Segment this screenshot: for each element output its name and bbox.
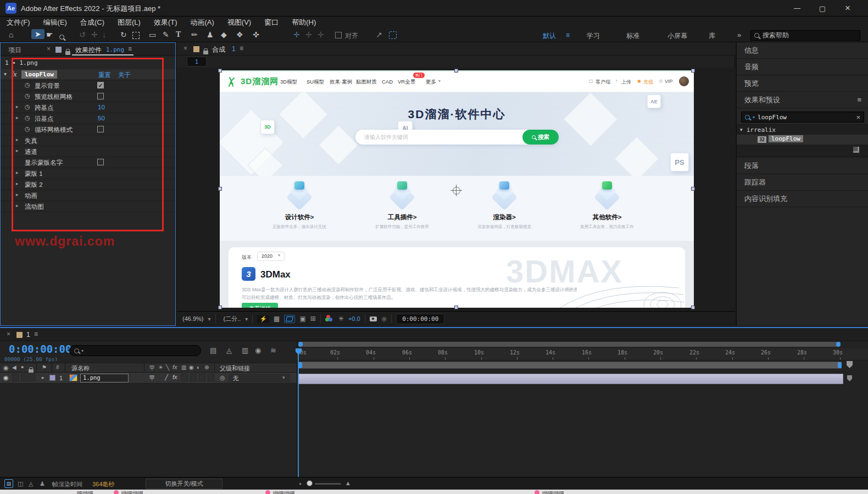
menu-window[interactable]: 窗口 — [264, 18, 279, 27]
maximize-button[interactable]: ▢ — [810, 0, 835, 16]
workspace-menu-icon[interactable]: ≡ — [566, 31, 570, 39]
current-timecode[interactable]: 0:00:00:00 — [9, 343, 71, 355]
layer-handle[interactable] — [691, 187, 695, 191]
home-tool[interactable]: ⌂ — [9, 30, 13, 39]
layer-handle[interactable] — [218, 187, 222, 191]
resolution-chevron-icon[interactable]: ▾ — [245, 316, 248, 322]
nav-item[interactable]: SU模型 — [307, 79, 324, 86]
zoom-out-mountain-icon[interactable]: ▲ — [298, 481, 302, 485]
panel-drag-chip[interactable] — [16, 332, 23, 338]
workspace-default[interactable]: 默认 — [543, 31, 556, 41]
timeline-search-box[interactable]: ▾ — [69, 345, 201, 356]
tab-close-icon[interactable]: × — [183, 45, 187, 52]
site-logo-text[interactable]: 3D溜溜网 — [241, 76, 279, 87]
fast-preview-icon[interactable]: ⚡ — [257, 315, 269, 323]
category-label[interactable]: 工具插件> — [369, 213, 435, 221]
menu-view[interactable]: 视图(V) — [227, 18, 251, 27]
category-design[interactable]: 设计软件> 正版软件众多，做出设计无忧 — [266, 179, 332, 238]
channel-rgb-icon[interactable] — [325, 315, 334, 323]
layer-handle[interactable] — [454, 306, 458, 309]
nav-item-more[interactable]: 更多 — [426, 79, 436, 86]
effects-tree-item-row[interactable]: 32 loopFlow — [737, 135, 868, 145]
layer-handle[interactable] — [218, 69, 222, 73]
workspace-library[interactable]: 库 — [709, 31, 715, 41]
workspace-small-screen[interactable]: 小屏幕 — [667, 31, 687, 41]
task-item-bilibili[interactable]: 哔哩哔哩 — [542, 490, 564, 494]
show-snapshot-icon[interactable]: ◉ — [381, 315, 387, 323]
motion-blur-icon[interactable]: ◉ — [255, 346, 261, 354]
adjustment-cell[interactable] — [199, 374, 205, 381]
layer-handle[interactable] — [691, 306, 695, 309]
pan-behind-tool[interactable] — [132, 32, 140, 39]
panel-drag-chip[interactable] — [55, 47, 62, 53]
search-chevron-icon[interactable]: ▾ — [81, 348, 84, 353]
tab-project[interactable]: 项目 — [8, 46, 21, 55]
layer-anchor-point-icon[interactable] — [453, 187, 460, 195]
twirl-open-icon[interactable]: ▾ — [4, 71, 7, 77]
layer-handle[interactable] — [691, 69, 695, 73]
menu-help[interactable]: 帮助(H) — [292, 18, 316, 27]
view-layout-icon[interactable]: ⊞ — [310, 315, 316, 323]
source-name-column[interactable]: 源名称 — [71, 364, 90, 373]
search-dropdown-chevron-icon[interactable]: ▾ — [753, 115, 755, 120]
audio-cell[interactable] — [12, 374, 19, 381]
detail-button[interactable]: 查看详情 — [242, 303, 278, 308]
software-search-button[interactable]: 搜索 — [522, 130, 559, 145]
minimize-button[interactable]: — — [784, 0, 810, 16]
panel-menu-icon[interactable]: ≡ — [857, 96, 861, 104]
hand-tool[interactable]: ☛ — [46, 30, 53, 39]
category-renderers[interactable]: 渲染器> 渲染加速神器，打造极致视觉 — [471, 179, 537, 238]
time-ruler[interactable]: 0s 02s 04s 06s 08s 10s 12s 14s 16s 18s 2… — [297, 348, 868, 360]
panel-drag-chip[interactable] — [193, 46, 199, 52]
parent-pickwhip-icon[interactable]: ◎ — [220, 374, 225, 381]
parent-link-column[interactable]: 父级和链接 — [220, 364, 250, 373]
panel-header-audio[interactable]: 音频 — [737, 59, 868, 75]
navigator-start-handle[interactable] — [298, 342, 303, 347]
nav-item[interactable]: 贴图材质 — [356, 79, 377, 86]
exposure-icon[interactable]: ✳ — [338, 315, 344, 323]
region-of-interest-icon[interactable]: ▣ — [299, 315, 305, 323]
category-label[interactable]: 设计软件> — [266, 213, 332, 221]
vip-link[interactable]: VIP — [665, 79, 673, 84]
task-item-bilibili[interactable]: 哔哩哔哩 — [121, 490, 143, 494]
client-link[interactable]: 客户端 — [596, 79, 610, 86]
menu-layer[interactable]: 图层(L) — [118, 18, 141, 27]
software-search-bar[interactable]: 请输入软件关键词 搜索 — [355, 130, 559, 145]
panel-header-tracker[interactable]: 跟踪器 — [737, 174, 868, 191]
category-label[interactable]: 渲染器> — [471, 213, 537, 221]
layer-label-chip[interactable] — [49, 375, 55, 381]
align-checkbox-icon[interactable] — [335, 32, 342, 38]
lock-icon[interactable] — [203, 51, 208, 54]
work-area-bar[interactable] — [298, 362, 842, 369]
layer-row[interactable]: ◉ ▸ 1 1.png 甲 ╱ fx ◎ 无 ▾ — [0, 373, 297, 384]
zoom-in-mountain-icon[interactable]: ▲ — [345, 480, 351, 486]
panel-menu-icon[interactable]: ≡ — [240, 45, 243, 52]
axis-mode-world-icon[interactable]: ✛ — [305, 30, 312, 39]
effects-search-box[interactable]: ▾ loopFlow × — [741, 112, 864, 123]
effects-search-value[interactable]: loopFlow — [758, 114, 853, 121]
nav-item[interactable]: CAD — [382, 79, 393, 85]
panel-header-effects-presets[interactable]: 效果和预设 ≡ — [737, 92, 868, 108]
selection-tool[interactable]: ➤ — [31, 29, 44, 39]
menu-file[interactable]: 文件(F) — [7, 18, 30, 27]
axis-mode-local-icon[interactable]: ✛ — [293, 30, 300, 39]
work-area-end-handle[interactable] — [838, 362, 842, 368]
exposure-value[interactable]: +0.0 — [348, 315, 360, 322]
nav-item[interactable]: 效果·案例 — [330, 79, 352, 86]
toggle-switches-button[interactable]: 切换开关/模式 — [146, 479, 222, 489]
comp-marker-bin-icon[interactable] — [847, 361, 853, 368]
frame-blend-icon[interactable]: ▥ — [242, 346, 248, 354]
timeline-zoom-track[interactable] — [315, 483, 341, 485]
frame-blend-cell[interactable] — [181, 374, 188, 381]
tab-effect-controls[interactable]: 效果控件 — [75, 46, 102, 55]
comp-button-icon[interactable] — [847, 375, 852, 381]
nav-item[interactable]: 3D模型 — [280, 79, 297, 86]
status-icon-3[interactable]: ◬ — [29, 480, 33, 487]
workspace-learn[interactable]: 学习 — [587, 31, 600, 41]
resolution-value[interactable]: (二分.. — [224, 315, 241, 323]
recharge-link[interactable]: 充值 — [643, 79, 653, 86]
menu-edit[interactable]: 编辑(E) — [43, 18, 67, 27]
mini-flowchart-icon[interactable]: ▤ — [4, 479, 13, 488]
layer-duration-bar[interactable] — [298, 374, 843, 384]
panel-menu-icon[interactable]: ≡ — [128, 45, 132, 53]
